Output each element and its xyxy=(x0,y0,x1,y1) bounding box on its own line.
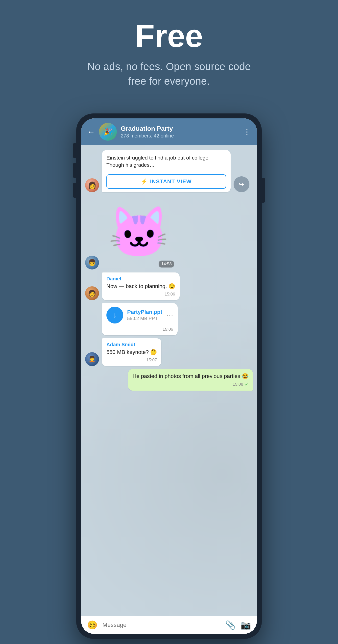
article-preview: Einstein struggled to find a job out of … xyxy=(102,150,231,173)
message-text: 550 MB keynote? 🤔 xyxy=(106,348,157,356)
download-icon: ↓ xyxy=(113,311,117,319)
message-time: 15:06 xyxy=(165,292,175,297)
message-time: 15:08 xyxy=(233,382,243,387)
instant-view-button[interactable]: ⚡ INSTANT VIEW xyxy=(106,174,226,189)
instant-view-message: Einstein struggled to find a job out of … xyxy=(102,150,231,192)
iv-label: INSTANT VIEW xyxy=(150,178,192,185)
input-bar: 😊 📎 📷 xyxy=(81,616,257,634)
message-meta: 15:07 xyxy=(106,358,157,362)
share-button[interactable]: ↪ xyxy=(234,176,249,192)
message-bubble: Daniel Now — back to planning. 😉 15:06 xyxy=(102,272,180,300)
chat-header: ← 🎉 Graduation Party 278 members, 42 onl… xyxy=(81,118,257,145)
message-meta: 15:06 xyxy=(106,292,175,297)
sticker-message: 👦 A = πr² V = l² P = 2πr s = √(r²+h²) A … xyxy=(85,195,253,270)
cat-sticker: 🐱 xyxy=(108,208,170,257)
group-info: Graduation Party 278 members, 42 online xyxy=(121,125,239,139)
file-row: ↓ PartyPlan.ppt 550.2 MB PPT ⋯ xyxy=(106,307,173,324)
group-members: 278 members, 42 online xyxy=(121,133,239,139)
download-button[interactable]: ↓ xyxy=(106,307,123,324)
phone-mockup: ← 🎉 Graduation Party 278 members, 42 onl… xyxy=(76,114,262,639)
sticker-time: 14:58 xyxy=(159,260,174,268)
camera-button[interactable]: 📷 xyxy=(241,620,251,630)
phone-inner: ← 🎉 Graduation Party 278 members, 42 onl… xyxy=(81,118,257,634)
hero-subtitle: No ads, no fees. Open source code free f… xyxy=(82,60,256,89)
message-time: 15:06 xyxy=(163,327,173,332)
avatar: 👦 xyxy=(85,256,99,270)
group-name: Graduation Party xyxy=(121,125,239,132)
avatar-spacer xyxy=(85,322,99,336)
message-bubble: Adam Smidt 550 MB keynote? 🤔 15:07 xyxy=(102,338,161,366)
avatar: 🧑‍🦱 xyxy=(85,352,99,366)
file-info: PartyPlan.ppt 550.2 MB PPT xyxy=(127,309,162,321)
chat-body: 👩 Einstein struggled to find a job out o… xyxy=(81,145,257,616)
phone-outer: ← 🎉 Graduation Party 278 members, 42 onl… xyxy=(76,114,262,639)
file-more-button[interactable]: ⋯ xyxy=(166,311,173,319)
file-size: 550.2 MB PPT xyxy=(127,316,162,321)
attach-button[interactable]: 📎 xyxy=(225,620,236,630)
avatar: 🧑 xyxy=(85,286,99,300)
message-row-self: He pasted in photos from all previous pa… xyxy=(85,369,253,390)
message-input[interactable] xyxy=(102,622,220,628)
message-time: 15:07 xyxy=(146,358,157,362)
instant-view-card: Einstein struggled to find a job out of … xyxy=(102,150,231,192)
message-row: 🧑‍🦱 Adam Smidt 550 MB keynote? 🤔 15:07 xyxy=(85,338,253,366)
message-meta: 15:08 ✓ xyxy=(133,382,248,387)
read-tick: ✓ xyxy=(245,382,248,387)
lightning-icon: ⚡ xyxy=(141,178,147,185)
back-button[interactable]: ← xyxy=(87,128,95,136)
group-avatar-emoji: 🎉 xyxy=(104,128,112,136)
self-message-bubble: He pasted in photos from all previous pa… xyxy=(128,369,253,390)
file-bubble: ↓ PartyPlan.ppt 550.2 MB PPT ⋯ 15:06 xyxy=(102,303,178,336)
sticker: A = πr² V = l² P = 2πr s = √(r²+h²) A = … xyxy=(102,195,176,270)
group-avatar: 🎉 xyxy=(99,123,117,141)
message-text: He pasted in photos from all previous pa… xyxy=(133,372,248,380)
share-icon: ↪ xyxy=(239,180,244,188)
avatar: 👩 xyxy=(85,178,99,192)
sender-name: Daniel xyxy=(106,276,175,282)
header-menu-button[interactable]: ⋮ xyxy=(243,127,251,136)
sender-name: Adam Smidt xyxy=(106,342,157,348)
file-name: PartyPlan.ppt xyxy=(127,309,162,315)
message-row: ↓ PartyPlan.ppt 550.2 MB PPT ⋯ 15:06 xyxy=(85,303,253,336)
hero-title: Free xyxy=(135,20,203,52)
emoji-button[interactable]: 😊 xyxy=(87,620,97,630)
message-row: 🧑 Daniel Now — back to planning. 😉 15:06 xyxy=(85,272,253,300)
article-text: Einstein struggled to find a job out of … xyxy=(106,154,226,169)
message-row: 👩 Einstein struggled to find a job out o… xyxy=(85,150,253,192)
message-text: Now — back to planning. 😉 xyxy=(106,282,175,290)
hero-section: Free No ads, no fees. Open source code f… xyxy=(0,0,338,104)
message-meta: 15:06 xyxy=(106,327,173,332)
